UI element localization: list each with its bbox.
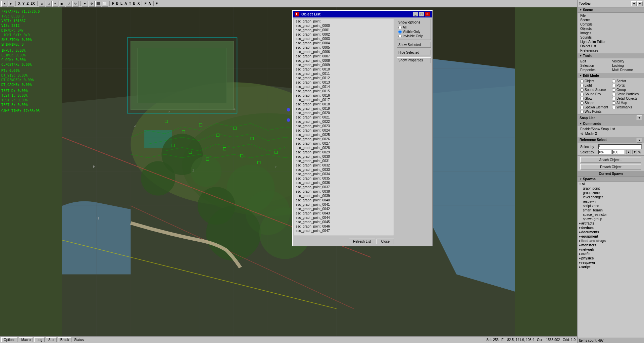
back-button[interactable]: ◄ xyxy=(1,1,7,7)
file-menu-item[interactable]: File xyxy=(579,13,643,18)
spawn-category[interactable]: documents xyxy=(578,230,644,234)
multi-rename-tool-item[interactable]: Multi Rename xyxy=(611,68,643,72)
object-list-item[interactable]: esc_graph_point_0029 xyxy=(294,150,394,154)
invisible-only-radio[interactable] xyxy=(398,35,402,38)
spawn-category[interactable]: respawn xyxy=(578,260,644,265)
object-list-item[interactable]: esc_graph_point_0043 xyxy=(294,211,394,215)
commands-header[interactable]: Commands xyxy=(578,121,644,126)
object-list-item[interactable]: esc_graph_point_0003 xyxy=(294,37,394,41)
tools-header[interactable]: Tools xyxy=(578,53,644,58)
object-list-item[interactable]: esc_graph_point_0016 xyxy=(294,93,394,98)
object-list-item[interactable]: esc_graph_point_0017 xyxy=(294,98,394,102)
wallmarks-checkbox[interactable] xyxy=(612,106,615,109)
object-list-item[interactable]: esc_graph_point_0006 xyxy=(294,50,394,54)
spawn-category[interactable]: script xyxy=(578,265,644,269)
attach-object-button[interactable]: Attach Object... xyxy=(580,157,641,163)
object-list-item[interactable]: esc_graph_point_0039 xyxy=(294,194,394,198)
spawn-sub-item[interactable]: respawn xyxy=(578,199,644,204)
pct-up-btn[interactable]: ▲ xyxy=(626,150,631,154)
sound-source-checkbox[interactable] xyxy=(580,88,584,92)
spawn-category[interactable]: outfit xyxy=(578,252,644,256)
refresh-list-button[interactable]: Refresh List xyxy=(349,239,375,244)
object-list-dialog[interactable]: L Object List _ □ ✕ esc_graph_pointesc_g… xyxy=(292,10,433,246)
images-menu-item[interactable]: Images xyxy=(579,31,643,35)
light-anim-editor-item[interactable]: Light Anim Editor xyxy=(579,40,643,44)
object-list-item[interactable]: esc_graph_point_0018 xyxy=(294,102,394,106)
hide-selected-button[interactable]: Hide Selected xyxy=(397,50,431,55)
tb-btn-4[interactable]: ▣ xyxy=(59,1,65,7)
spawn-category[interactable]: physics xyxy=(578,256,644,260)
spawn-sub-item[interactable]: level changer xyxy=(578,195,644,199)
object-list-item[interactable]: esc_graph_point_0001 xyxy=(294,28,394,32)
object-list-item[interactable]: esc_graph_point_0002 xyxy=(294,32,394,37)
group-checkbox[interactable] xyxy=(612,88,615,92)
object-list-item[interactable]: esc_graph_point_0005 xyxy=(294,45,394,50)
objects-menu-item[interactable]: Objects xyxy=(579,27,643,31)
tb-btn-9[interactable]: ⬛ xyxy=(95,1,101,7)
sound-env-check[interactable]: Sound Env xyxy=(579,92,611,96)
shape-check[interactable]: Shape xyxy=(579,101,611,105)
object-list-item[interactable]: esc_graph_point_0025 xyxy=(294,133,394,137)
object-list-item[interactable]: esc_graph_point_0023 xyxy=(294,124,394,128)
tb-btn-3[interactable]: + xyxy=(52,1,58,7)
object-list-item[interactable]: esc_graph_point_0010 xyxy=(294,67,394,71)
forward-button[interactable]: ► xyxy=(8,1,14,7)
static-particles-check[interactable]: Static Particles xyxy=(611,92,643,96)
right-tb-btn-2[interactable]: ► xyxy=(637,1,643,6)
minimize-button[interactable]: _ xyxy=(413,12,418,16)
object-list-item[interactable]: esc_graph_point_0041 xyxy=(294,202,394,207)
spawns-si-category[interactable]: si xyxy=(578,182,644,186)
object-list-item[interactable]: esc_graph_point_0045 xyxy=(294,220,394,224)
options-button[interactable]: Options xyxy=(1,337,17,342)
object-list-item[interactable]: esc_graph_point_0011 xyxy=(294,71,394,76)
visible-only-radio[interactable] xyxy=(398,30,402,34)
light-checkbox[interactable] xyxy=(580,84,584,87)
spawn-category[interactable]: network xyxy=(578,247,644,252)
tb-btn-7[interactable]: ✦ xyxy=(82,1,88,7)
static-particles-checkbox[interactable] xyxy=(612,93,615,96)
maximize-button[interactable]: □ xyxy=(419,12,424,16)
object-list-item[interactable]: esc_graph_point_0033 xyxy=(294,167,394,172)
object-list-item[interactable]: esc_graph_point_0031 xyxy=(294,159,394,163)
object-list-item[interactable]: esc_graph_point_0040 xyxy=(294,198,394,202)
object-list-item[interactable]: esc_graph_point_0020 xyxy=(294,111,394,115)
macro-button[interactable]: Macro xyxy=(19,337,33,342)
pct-down-btn[interactable]: ▼ xyxy=(632,150,637,154)
select-by-2-input[interactable] xyxy=(598,150,611,154)
object-checkbox[interactable] xyxy=(580,80,584,83)
snap-list-dropdown[interactable]: ▼ xyxy=(637,115,642,120)
spawn-category[interactable]: food and drugs xyxy=(578,239,644,243)
object-list-item[interactable]: esc_graph_point_0047 xyxy=(294,229,394,233)
glow-check[interactable]: Glow xyxy=(579,96,611,101)
invisible-only-radio-item[interactable]: Invisible Only xyxy=(398,34,429,38)
all-radio-item[interactable]: All xyxy=(398,25,429,30)
spawn-category[interactable]: devices xyxy=(578,226,644,230)
object-list-item[interactable]: esc_graph_point_0015 xyxy=(294,89,394,93)
object-check[interactable]: Object xyxy=(579,79,611,83)
scene-header[interactable]: Scene xyxy=(578,7,644,12)
object-list-item[interactable]: esc_graph_point_0027 xyxy=(294,141,394,146)
object-list-item[interactable]: esc_graph_point_0036 xyxy=(294,181,394,185)
object-list-menu-item[interactable]: Object List xyxy=(579,44,643,48)
way-points-check[interactable]: Way Points xyxy=(579,109,611,114)
viewport[interactable]: ◄ ► X Y Z 2X ⊕ □ + ▣ ↺ ↻ ✦ ⚙ ⬛ ⬜ F B L A… xyxy=(0,0,577,343)
locking-tool-item[interactable]: Locking xyxy=(611,63,643,68)
right-tb-btn-1[interactable]: ◄ xyxy=(631,1,637,6)
object-list-item[interactable]: esc_graph_point_0014 xyxy=(294,85,394,89)
object-list-item[interactable]: esc_graph_point_0013 xyxy=(294,80,394,85)
spawn-sub-item[interactable]: graph point xyxy=(578,186,644,191)
object-list-item[interactable]: esc_graph_point_0034 xyxy=(294,172,394,176)
visible-only-radio-item[interactable]: Visible Only xyxy=(398,30,429,34)
object-list-item[interactable]: esc_graph_point_0038 xyxy=(294,189,394,194)
object-list-item[interactable]: esc_graph_point_0024 xyxy=(294,128,394,133)
object-list-item[interactable]: esc_graph_point_0028 xyxy=(294,146,394,150)
object-list-item[interactable]: esc_graph_point_0042 xyxy=(294,207,394,211)
ref-select-dropdown[interactable]: ▼ xyxy=(637,138,642,143)
select-by-1-input[interactable] xyxy=(598,144,642,149)
snap-list-header[interactable]: Snap List ▼ xyxy=(578,115,644,121)
stat-button[interactable]: Stat xyxy=(46,337,57,342)
detail-objects-checkbox[interactable] xyxy=(612,97,615,100)
detail-objects-check[interactable]: Detail Objects xyxy=(611,96,643,101)
log-button[interactable]: Log xyxy=(34,337,45,342)
spawn-category[interactable]: equipment xyxy=(578,234,644,239)
